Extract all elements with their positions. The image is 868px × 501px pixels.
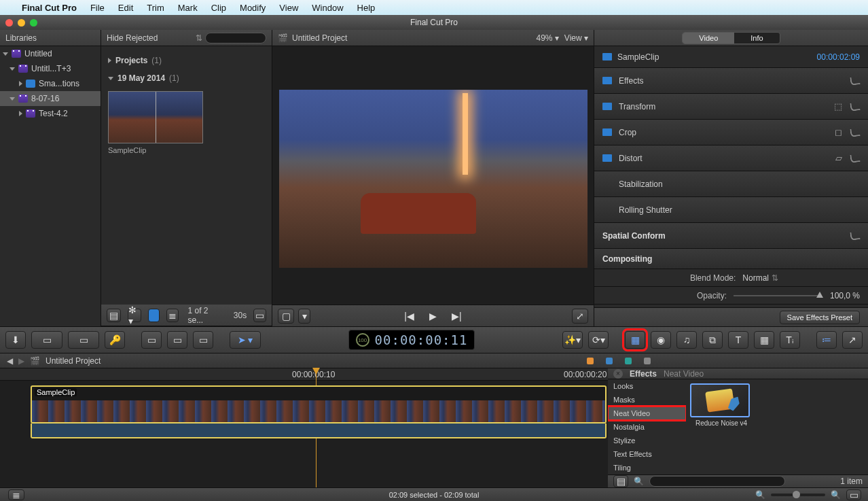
timeline-history-fwd-icon[interactable]: ▶	[18, 356, 24, 366]
themes-browser-button[interactable]: Tᵢ	[780, 331, 800, 349]
viewer-canvas[interactable]	[279, 90, 587, 268]
browser-search-input[interactable]	[205, 33, 266, 44]
opacity-slider-knob[interactable]	[816, 292, 823, 298]
minimize-icon[interactable]	[18, 19, 25, 27]
close-icon[interactable]: ×	[613, 369, 623, 379]
menu-mark[interactable]: Mark	[178, 3, 198, 13]
library-item[interactable]: Sma...tions	[0, 76, 101, 91]
reset-icon[interactable]	[850, 102, 861, 111]
effect-category[interactable]: Stylize	[608, 434, 686, 447]
inspector-row-transform[interactable]: Transform⬚	[594, 94, 868, 120]
browser-group-projects[interactable]: Projects(1)	[108, 52, 265, 69]
save-effects-preset-button[interactable]: Save Effects Preset	[780, 311, 860, 324]
menu-edit[interactable]: Edit	[118, 3, 133, 13]
inspector-row-crop[interactable]: Crop◻	[594, 120, 868, 145]
viewer-view-dropdown[interactable]: View ▾	[564, 33, 588, 43]
clip-appearance-icon[interactable]: ▭	[253, 309, 266, 322]
timeline-clip[interactable]: SampleClip	[31, 385, 607, 424]
crop-icon[interactable]: ◻	[835, 127, 842, 137]
timeline-ruler[interactable]: 00:00:00:10 00:00:00:20	[0, 368, 608, 381]
effect-category-selected[interactable]: Neat Video	[608, 407, 686, 420]
close-icon[interactable]	[5, 19, 13, 27]
zoom-in-icon[interactable]: 🔍	[831, 490, 841, 500]
library-item[interactable]: Untitled	[0, 46, 101, 61]
inspector-row-compositing[interactable]: Compositing	[594, 249, 868, 269]
effect-thumbnail[interactable]: Reduce Noise v4	[690, 383, 753, 427]
hide-rejected-dropdown[interactable]: Hide Rejected	[107, 33, 158, 43]
blend-mode-row[interactable]: Blend Mode:Normal⇅	[594, 269, 868, 287]
marker-icon[interactable]	[587, 358, 594, 364]
hide-rejected-arrows-icon[interactable]: ⇅	[196, 33, 202, 43]
reset-icon[interactable]	[850, 76, 861, 86]
timeline-index-icon[interactable]: ≣	[8, 489, 24, 500]
reset-icon[interactable]	[850, 154, 861, 163]
library-item-selected[interactable]: 8-07-16	[0, 91, 101, 106]
dashboard-timecode[interactable]: 100 00:00:00:11	[348, 330, 475, 350]
zoom-slider[interactable]	[771, 494, 825, 496]
menu-trim[interactable]: Trim	[147, 3, 164, 13]
bg-tasks-button[interactable]: ▭	[68, 331, 99, 349]
fullscreen-icon[interactable]: ⤢	[572, 309, 588, 324]
effect-category[interactable]: Text Effects	[608, 447, 686, 461]
clip-filter-button[interactable]: ▭	[193, 331, 213, 349]
inspector-row-stabilization[interactable]: Stabilization	[594, 171, 868, 197]
clip-appearance-icon[interactable]: ▭	[846, 489, 861, 500]
opacity-row[interactable]: Opacity:100,0 %	[594, 287, 868, 305]
inspector-row-distort[interactable]: Distort▱	[594, 145, 868, 171]
menu-file[interactable]: File	[90, 3, 105, 13]
clip-appearance-button[interactable]: ▭	[167, 331, 187, 349]
prev-edit-button[interactable]: |◀	[404, 311, 414, 322]
keyword-button[interactable]: ▭	[31, 331, 62, 349]
share-button[interactable]: ↗	[842, 331, 863, 349]
settings-icon[interactable]: ✻ ▾	[128, 309, 142, 322]
next-edit-button[interactable]: ▶|	[452, 311, 462, 322]
library-item[interactable]: Test-4.2	[0, 106, 101, 121]
transform-handles-icon[interactable]: ⬚	[834, 101, 842, 111]
transform-onscreen-icon[interactable]: ▢	[278, 309, 294, 324]
reset-icon[interactable]	[850, 128, 861, 137]
titles-browser-button[interactable]: T	[728, 331, 748, 349]
menu-help[interactable]: Help	[357, 3, 376, 13]
marker-icon[interactable]	[606, 358, 613, 364]
music-browser-button[interactable]: ♫	[676, 331, 697, 349]
viewer-zoom-dropdown[interactable]: 49% ▾	[536, 33, 558, 43]
timeline-panel[interactable]: 00:00:00:10 00:00:00:20 SampleClip	[0, 368, 608, 487]
menu-view[interactable]: View	[279, 3, 298, 13]
effects-thumbnail-size-icon[interactable]: ▤	[613, 475, 628, 487]
clip-view-icon[interactable]	[148, 309, 160, 322]
timeline-history-back-icon[interactable]: ◀	[7, 356, 13, 366]
magic-wand-icon[interactable]: ✨▾	[562, 331, 583, 349]
inspector-row-rolling-shutter[interactable]: Rolling Shutter	[594, 197, 868, 223]
timeline-clip-audio[interactable]	[31, 424, 607, 438]
retime-menu-icon[interactable]: ⟳▾	[588, 331, 609, 349]
marker-icon[interactable]	[625, 358, 632, 364]
menu-window[interactable]: Window	[312, 3, 343, 13]
tools-dropdown[interactable]: ➤ ▾	[230, 331, 261, 349]
tab-info[interactable]: Info	[734, 33, 779, 44]
transform-menu-icon[interactable]: ▾	[298, 309, 310, 324]
generators-browser-button[interactable]: ▦	[754, 331, 774, 349]
zoom-icon[interactable]	[30, 19, 37, 27]
effect-category[interactable]: Tiling	[608, 461, 686, 474]
inspector-row-effects[interactable]: Effects	[594, 68, 868, 94]
effects-search-input[interactable]	[649, 476, 785, 487]
inspector-row-spatial-conform[interactable]: Spatial Conform	[594, 223, 868, 249]
browser-group-date[interactable]: 19 May 2014(1)	[108, 69, 265, 87]
menu-modify[interactable]: Modify	[240, 3, 266, 13]
effect-category[interactable]: Nostalgia	[608, 420, 686, 434]
inspector-tabs[interactable]: Video Info	[682, 32, 780, 44]
filmstrip-toggle-icon[interactable]: ▤	[107, 309, 121, 322]
clip-thumbnail[interactable]	[108, 91, 203, 143]
video-effects-browser-button[interactable]: ▦	[625, 331, 645, 349]
effect-category[interactable]: Masks	[608, 393, 686, 407]
list-view-icon[interactable]: ≣	[166, 309, 178, 322]
distort-icon[interactable]: ▱	[835, 153, 842, 163]
menu-clip[interactable]: Clip	[211, 3, 226, 13]
app-name[interactable]: Final Cut Pro	[22, 3, 77, 13]
effect-category[interactable]: Looks	[608, 379, 686, 393]
reset-icon[interactable]	[850, 231, 861, 241]
photos-browser-button[interactable]: ◉	[651, 331, 671, 349]
transitions-browser-button[interactable]: ⧉	[702, 331, 723, 349]
play-button[interactable]: ▶	[429, 311, 437, 322]
marker-icon[interactable]	[644, 358, 651, 364]
